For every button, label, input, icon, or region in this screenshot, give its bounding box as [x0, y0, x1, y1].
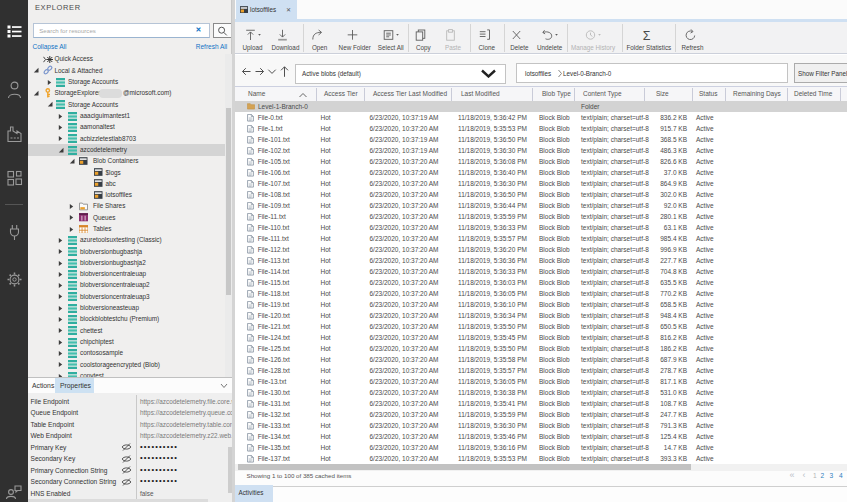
svg-text:Σ: Σ: [642, 29, 650, 42]
